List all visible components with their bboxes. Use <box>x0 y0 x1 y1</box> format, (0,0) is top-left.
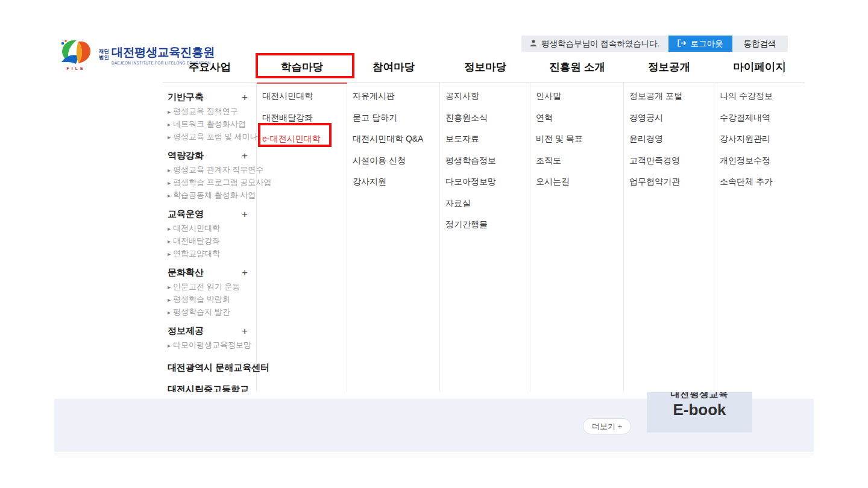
menu-sub-item[interactable]: ▸평생학습 프로그램 공모사업 <box>168 176 256 189</box>
menu-group-label: 기반구축 <box>168 92 204 103</box>
menu-item[interactable]: 정보공개 포털 <box>624 86 714 107</box>
nav-item-mypage[interactable]: 마이페이지 <box>714 57 805 77</box>
menu-sub-item[interactable]: ▸평생학습지 발간 <box>168 305 256 318</box>
menu-item[interactable]: 비전 및 목표 <box>530 128 623 150</box>
menu-item[interactable]: 오시는길 <box>530 171 623 193</box>
menu-group-label: 문화확산 <box>168 267 204 278</box>
menu-group-title[interactable]: 역량강화+ <box>168 148 256 163</box>
menu-group-label: 교육운영 <box>168 208 204 220</box>
menu-group: 문화확산+▸인문고전 읽기 운동▸평생학습 박람회▸평생학습지 발간 <box>168 265 256 318</box>
menu-item[interactable]: 대전배달강좌 <box>257 107 347 129</box>
menu-column-info-plaza: 공지사항진흥원소식보도자료평생학습정보다모아정보망자료실정기간행물 <box>440 83 530 392</box>
menu-sub-item[interactable]: ▸평생교육 정책연구 <box>168 105 256 117</box>
nav-item-learning[interactable]: 학습마당 <box>257 57 347 77</box>
menu-item[interactable]: 시설이용 신청 <box>347 150 439 172</box>
logout-icon <box>678 39 687 49</box>
menu-sub-item[interactable]: ▸연합교양대학 <box>168 247 256 260</box>
expand-icon[interactable]: + <box>242 92 248 104</box>
menu-item[interactable]: 소속단체 추가 <box>714 171 805 193</box>
nav-item-about[interactable]: 진흥원 소개 <box>530 57 624 77</box>
menu-item[interactable]: 정기간행물 <box>440 214 530 236</box>
nav-item-participation[interactable]: 참여마당 <box>347 57 440 77</box>
nav-item-disclosure[interactable]: 정보공개 <box>624 57 714 77</box>
more-button[interactable]: 더보기 + <box>583 418 631 434</box>
menu-item[interactable]: 공지사항 <box>440 86 530 107</box>
page: 평생학습부님이 접속하였습니다. 로그아웃 통합검색 FILE 재단법인 <box>0 0 868 488</box>
logout-button[interactable]: 로그아웃 <box>668 36 732 52</box>
bullet-arrow-icon: ▸ <box>168 284 171 290</box>
menu-item[interactable]: 진흥원소식 <box>440 107 530 129</box>
menu-sub-item[interactable]: ▸대전시민대학 <box>168 222 256 234</box>
person-icon <box>530 39 537 49</box>
menu-column-main-projects: 기반구축+▸평생교육 정책연구▸네트워크 활성화사업▸평생교육 포럼 및 세미나… <box>163 83 257 392</box>
mega-menu-panel: 기반구축+▸평생교육 정책연구▸네트워크 활성화사업▸평생교육 포럼 및 세미나… <box>163 82 805 392</box>
menu-item[interactable]: 개인정보수정 <box>714 150 805 172</box>
bullet-arrow-icon: ▸ <box>168 296 171 303</box>
menu-sub-item[interactable]: ▸평생학습 박람회 <box>168 293 256 305</box>
bullet-arrow-icon: ▸ <box>168 108 171 115</box>
active-tab-underline <box>257 83 347 84</box>
text-cursor <box>784 60 784 73</box>
menu-item[interactable]: 묻고 답하기 <box>347 107 439 129</box>
menu-item[interactable]: 업무협약기관 <box>624 171 714 193</box>
expand-icon[interactable]: + <box>242 325 248 337</box>
menu-item[interactable]: 윤리경영 <box>624 128 714 150</box>
menu-item[interactable]: e-대전시민대학 <box>257 128 347 150</box>
logo-emblem-icon: FILE <box>57 39 95 70</box>
menu-sub-item[interactable]: ▸대전배달강좌 <box>168 234 256 247</box>
expand-icon[interactable]: + <box>242 267 248 279</box>
menu-group-label: 정보제공 <box>168 325 204 337</box>
menu-item[interactable]: 연혁 <box>530 107 623 129</box>
menu-item[interactable]: 인사말 <box>530 86 623 107</box>
expand-icon[interactable]: + <box>242 208 248 221</box>
menu-extra-link[interactable]: 대전광역시 문해교육센터 <box>168 357 256 378</box>
menu-item[interactable]: 자유게시판 <box>347 86 439 107</box>
menu-item[interactable]: 보도자료 <box>440 128 530 150</box>
menu-item[interactable]: 수강결제내역 <box>714 107 805 129</box>
menu-item[interactable]: 대전시민대학 Q&A <box>347 128 439 150</box>
menu-item[interactable]: 다모아정보망 <box>440 171 530 193</box>
menu-item[interactable]: 조직도 <box>530 150 623 172</box>
bullet-arrow-icon: ▸ <box>168 180 171 186</box>
menu-group: 교육운영+▸대전시민대학▸대전배달강좌▸연합교양대학 <box>168 207 256 260</box>
menu-item[interactable]: 나의 수강정보 <box>714 86 805 107</box>
menu-column-learning: 대전시민대학대전배달강좌e-대전시민대학 <box>257 83 347 392</box>
menu-sub-item[interactable]: ▸학습공동체 활성화 사업 <box>168 189 256 201</box>
menu-column-participation: 자유게시판묻고 답하기대전시민대학 Q&A시설이용 신청강사지원 <box>347 83 440 392</box>
login-status-text: 평생학습부님이 접속하였습니다. <box>541 39 660 49</box>
bullet-arrow-icon: ▸ <box>168 251 171 257</box>
menu-sub-item[interactable]: ▸인문고전 읽기 운동 <box>168 280 256 293</box>
nav-item-info-plaza[interactable]: 정보마당 <box>440 57 530 77</box>
unified-search-button[interactable]: 통합검색 <box>732 36 788 52</box>
bullet-arrow-icon: ▸ <box>168 225 171 232</box>
topbar: 평생학습부님이 접속하였습니다. 로그아웃 통합검색 <box>521 36 788 52</box>
menu-item[interactable]: 대전시민대학 <box>257 86 347 107</box>
menu-sub-item[interactable]: ▸다모아평생교육정보망 <box>168 339 256 351</box>
menu-sub-item[interactable]: ▸평생교육 포럼 및 세미나 <box>168 130 256 143</box>
menu-item[interactable]: 고객만족경영 <box>624 150 714 172</box>
menu-item[interactable]: 평생학습정보 <box>440 150 530 172</box>
menu-item[interactable]: 자료실 <box>440 193 530 214</box>
bullet-arrow-icon: ▸ <box>168 121 171 128</box>
bullet-arrow-icon: ▸ <box>168 309 171 316</box>
menu-group-title[interactable]: 교육운영+ <box>168 207 256 222</box>
bullet-arrow-icon: ▸ <box>168 238 171 245</box>
logo-file-letters: FILE <box>57 66 95 70</box>
logo-prefix: 재단법인 <box>99 49 109 61</box>
menu-group-title[interactable]: 문화확산+ <box>168 265 256 280</box>
menu-column-about: 인사말연혁비전 및 목표조직도오시는길 <box>530 83 624 392</box>
logout-label: 로그아웃 <box>691 39 723 49</box>
menu-item[interactable]: 경영공시 <box>624 107 714 129</box>
menu-item[interactable]: 강사지원관리 <box>714 128 805 150</box>
menu-group-title[interactable]: 기반구축+ <box>168 90 256 105</box>
menu-sub-item[interactable]: ▸평생교육 관계자 직무연수 <box>168 163 256 176</box>
ebook-banner-name: E-book <box>647 401 752 419</box>
bullet-arrow-icon: ▸ <box>168 134 171 140</box>
nav-item-main-projects[interactable]: 주요사업 <box>163 57 257 77</box>
menu-group-title[interactable]: 정보제공+ <box>168 324 256 339</box>
menu-extra-link[interactable]: 대전시립중고등학교 <box>168 378 256 392</box>
menu-item[interactable]: 강사지원 <box>347 171 439 193</box>
menu-sub-item[interactable]: ▸네트워크 활성화사업 <box>168 117 256 130</box>
menu-group: 역량강화+▸평생교육 관계자 직무연수▸평생학습 프로그램 공모사업▸학습공동체… <box>168 148 256 201</box>
expand-icon[interactable]: + <box>242 150 248 162</box>
